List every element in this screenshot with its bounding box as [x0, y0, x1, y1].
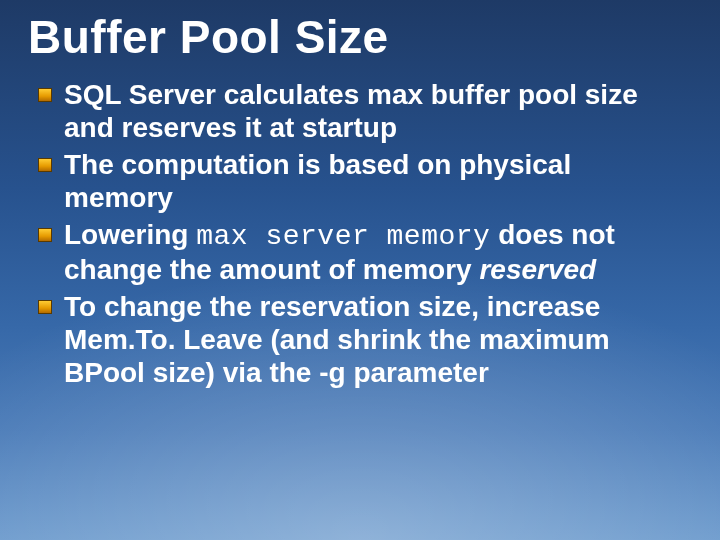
bullet-text: To change the reservation size, increase…	[64, 291, 610, 388]
bullet-text: The computation is based on physical mem…	[64, 149, 571, 213]
bullet-item: The computation is based on physical mem…	[38, 148, 686, 214]
bullet-item: To change the reservation size, increase…	[38, 290, 686, 389]
bullet-list: SQL Server calculates max buffer pool si…	[28, 78, 692, 389]
bullet-code: max server memory	[196, 221, 490, 252]
slide-title: Buffer Pool Size	[28, 10, 692, 64]
bullet-text: SQL Server calculates max buffer pool si…	[64, 79, 638, 143]
slide: Buffer Pool Size SQL Server calculates m…	[0, 0, 720, 540]
bullet-item: SQL Server calculates max buffer pool si…	[38, 78, 686, 144]
bullet-item: Lowering max server memory does not chan…	[38, 218, 686, 286]
bullet-text-pre: Lowering	[64, 219, 196, 250]
bullet-emph: reserved	[479, 254, 596, 285]
